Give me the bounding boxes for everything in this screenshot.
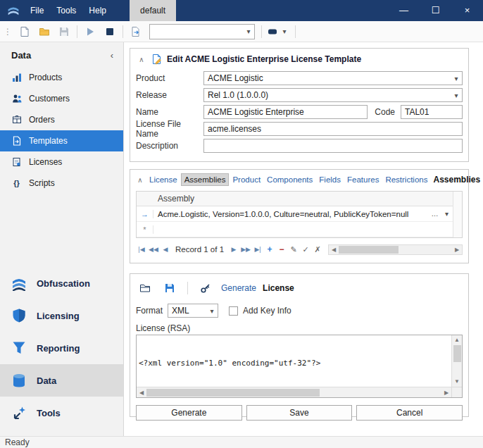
module-licensing[interactable]: Licensing [0,299,123,332]
load-license-button[interactable] [136,280,154,297]
document-tab-default[interactable]: default [130,0,176,21]
collapse-panel-icon[interactable]: ∧ [134,176,146,184]
tab-features[interactable]: Features [344,173,382,186]
minimize-button[interactable]: — [388,0,420,21]
chevron-down-icon[interactable]: ▾ [441,210,453,218]
run-target-button[interactable]: ▾ [265,26,291,37]
scroll-up-icon[interactable]: ▲ [454,335,460,345]
tab-assemblies[interactable]: Assemblies [181,173,230,186]
commit-edit-button[interactable]: ✓ [300,245,311,254]
sidebar-item-templates[interactable]: Templates [0,130,123,151]
sidebar-item-licenses[interactable]: Licenses [0,151,123,173]
nav-prev-button[interactable]: ◀ [160,246,171,253]
scroll-right-icon[interactable]: ▶ [441,390,451,396]
generate-button[interactable]: Generate [136,405,242,421]
menu-help[interactable]: Help [82,0,113,21]
stop-button[interactable] [101,23,119,40]
name-input[interactable] [204,106,367,118]
editor-horizontal-scrollbar[interactable]: ◀ ▶ [137,387,451,397]
new-document-button[interactable] [15,23,34,40]
code-label: Code [375,107,395,117]
nav-next-button[interactable]: ▶ [228,246,239,253]
cancel-button[interactable]: Cancel [356,405,463,421]
assembly-cell-value[interactable]: Acme.Logistic, Version=1.0.0.0, Culture=… [153,210,429,218]
chevron-down-icon[interactable]: ▾ [243,27,254,35]
generate-link[interactable]: Generate [221,283,256,293]
collapse-panel-icon[interactable]: ∧ [136,56,147,63]
nav-next-page-button[interactable]: ▶▶ [240,246,251,253]
module-reporting[interactable]: Reporting [0,332,123,364]
cancel-edit-button[interactable]: ✗ [312,245,323,254]
release-label: Release [136,90,203,100]
toolbar-grip-icon[interactable]: ⋮ [3,27,14,37]
grid-horizontal-scrollbar[interactable]: ◀ ▶ [328,244,463,255]
menu-file[interactable]: File [24,0,50,21]
scrollbar-thumb[interactable] [146,389,320,397]
nav-first-button[interactable]: |◀ [136,246,147,253]
edit-row-button[interactable]: ✎ [288,245,299,254]
chevron-down-icon[interactable]: ▾ [451,75,462,82]
save-button[interactable]: Save [246,405,353,421]
open-button[interactable] [35,23,54,40]
license-file-field[interactable] [203,122,463,136]
chevron-down-icon[interactable]: ▾ [451,92,462,99]
ellipsis-button[interactable]: … [429,210,441,218]
scrollbar-thumb[interactable] [453,345,461,362]
sidebar-item-scripts[interactable]: {} Scripts [0,173,123,194]
nav-prev-page-button[interactable]: ◀◀ [148,246,159,253]
code-input[interactable] [401,106,462,118]
license-xml-content[interactable]: <?xml version="1.0" encoding="utf-32"?> … [137,335,451,387]
description-field[interactable] [203,139,463,153]
module-tools[interactable]: Tools [0,397,123,429]
nav-last-button[interactable]: ▶| [252,246,263,253]
scrollbar-thumb[interactable] [339,246,399,254]
product-combobox[interactable]: ACME Logistic ▾ [203,71,463,85]
chevron-down-icon[interactable]: ▾ [279,27,290,35]
key-button[interactable] [196,280,215,297]
sidebar-collapse-icon[interactable]: ‹ [111,50,113,61]
sidebar-item-products[interactable]: Products [0,67,123,88]
table-row[interactable]: → Acme.Logistic, Version=1.0.0.0, Cultur… [137,206,453,222]
scroll-right-icon[interactable]: ▶ [452,247,462,253]
grid-new-row[interactable]: * [137,222,453,237]
module-obfuscation[interactable]: Obfuscation [0,267,123,299]
sidebar-item-customers[interactable]: Customers [0,88,123,109]
name-field[interactable] [203,105,368,119]
license-xml-editor[interactable]: <?xml version="1.0" encoding="utf-32"?> … [136,335,463,398]
code-field[interactable] [401,105,463,119]
format-combobox[interactable]: XML ▾ [168,304,218,318]
tab-product[interactable]: Product [230,173,263,186]
tab-fields[interactable]: Fields [316,173,344,186]
append-row-button[interactable]: + [264,244,275,254]
scroll-left-icon[interactable]: ◀ [137,390,146,396]
grid-vertical-scrollbar[interactable] [453,192,462,237]
add-key-info-checkbox[interactable] [229,306,238,316]
run-button[interactable] [81,23,99,40]
maximize-button[interactable]: ☐ [420,0,451,21]
toolbar-combobox[interactable]: ▾ [149,24,255,39]
tools-icon [11,405,27,421]
tab-license[interactable]: License [146,173,180,186]
export-button[interactable] [127,23,145,40]
save-button[interactable] [55,23,73,40]
toolbar-combobox-input[interactable] [150,25,243,39]
tab-restrictions[interactable]: Restrictions [382,173,430,186]
scroll-down-icon[interactable]: ▼ [454,377,460,387]
chevron-down-icon[interactable]: ▾ [206,307,218,315]
editor-vertical-scrollbar[interactable]: ▲ ▼ [451,335,462,387]
delete-row-button[interactable]: − [276,244,287,254]
save-license-button[interactable] [161,280,179,297]
module-data[interactable]: Data [0,364,123,397]
sidebar-item-orders[interactable]: Orders [0,109,123,130]
tab-components[interactable]: Components [264,173,315,186]
close-button[interactable]: × [451,0,483,21]
license-buttons-row: Generate Save Cancel [136,405,463,421]
release-combobox[interactable]: Rel 1.0 (1.0.0.0) ▾ [203,88,463,102]
scroll-left-icon[interactable]: ◀ [329,247,339,253]
description-input[interactable] [204,139,462,152]
sidebar-item-label: Orders [29,115,55,125]
grid-column-header-assembly[interactable]: Assembly [153,194,194,204]
menu-tools[interactable]: Tools [50,0,82,21]
license-file-input[interactable] [204,123,462,135]
format-label: Format [136,306,163,316]
